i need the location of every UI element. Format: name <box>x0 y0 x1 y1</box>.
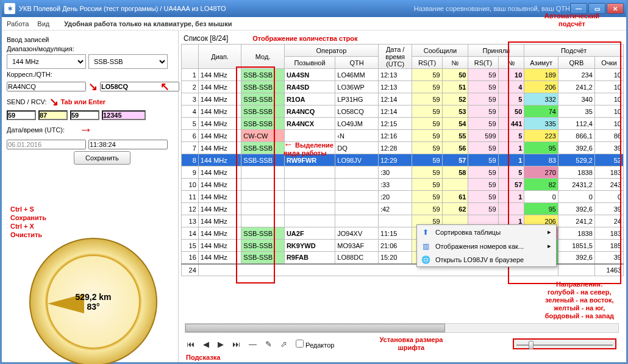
menu-hint: Удобная работа только на клавиатуре, без… <box>64 20 232 27</box>
arrow-icon: ↖ <box>160 80 169 93</box>
titlebar: ✶ УКВ Полевой День России (тест программ… <box>2 0 626 17</box>
table-row[interactable]: 4144 MHzSSB-SSBRA4NCQLO58CQ12:1459535950… <box>182 105 624 118</box>
bottom-toolbar: ⏮ ◀ ▶ ⏭ — ✎ ⬀ Редактор Установка размера… <box>182 335 621 352</box>
band-select[interactable]: 144 MHz <box>7 54 86 69</box>
nav-prev-button[interactable]: ◀ <box>203 340 209 349</box>
no-rcvd-input[interactable] <box>102 110 146 120</box>
tool-minus-button[interactable]: — <box>249 340 257 349</box>
shortcut-hint: Ctrl + S Сохранить Ctrl + X Очистить <box>10 205 46 239</box>
table-row[interactable]: 5144 MHzSSB-SSBRA4NCXLO49JM12:1559545944… <box>182 118 624 130</box>
window-title: УКВ Полевой День России (тест программы)… <box>19 5 402 12</box>
band-label: Диапазон/модуляция: <box>7 45 173 52</box>
hint-label: Подсказка <box>186 354 220 361</box>
table-row[interactable]: 9144 MHz:3059585952701838183 <box>182 166 624 179</box>
direction-legend: Направления: голубой - на север, зеленый… <box>545 280 614 320</box>
input-header: Ввод записей <box>7 36 173 43</box>
left-panel: Ввод записей Диапазон/модуляция: 144 MHz… <box>2 30 179 362</box>
arrow-icon: → <box>79 122 93 138</box>
sort-icon: ⬆ <box>421 227 430 237</box>
nav-next-button[interactable]: ▶ <box>218 340 224 349</box>
datetime-label: Дата/время (UTC): <box>7 126 65 134</box>
table-scrollbar[interactable] <box>185 323 619 333</box>
arrow-icon: ↘ <box>49 95 59 109</box>
no-sent-input[interactable] <box>38 110 68 120</box>
table-row[interactable]: 8144 MHzSSB-SSBRW9FWRLO98JV12:2959575918… <box>182 154 624 166</box>
ctx-numbers[interactable]: ▥ Отображения номеров как...▸ <box>417 239 556 253</box>
ctx-open-browser[interactable]: 🌐 Открыть LO98JV в браузере <box>417 253 556 266</box>
list-title: Список [8/24] <box>184 34 228 43</box>
sendrcv-label: SEND / RCV: <box>7 98 47 105</box>
corr-label: Корресп./QTH: <box>7 71 173 78</box>
tab-hint: Tab или Enter <box>61 98 105 105</box>
ctx-sort[interactable]: ⬆ Сортировка таблицы▸ <box>417 225 556 239</box>
table-row[interactable]: 14144 MHzSSB-SSBUA2FJO94XV11:15270183818… <box>182 227 624 240</box>
save-button[interactable]: Сохранить <box>74 151 130 165</box>
table-total-row: 241463 <box>182 264 624 276</box>
list-count-hint: Отображение количества строк <box>252 35 357 42</box>
nav-first-button[interactable]: ⏮ <box>187 340 194 349</box>
tool-cursor-button[interactable]: ⬀ <box>280 340 287 349</box>
compass-distance: 529,2 km <box>75 292 111 302</box>
log-table[interactable]: Диап. Мод. Оператор Дата / время (UTC) С… <box>181 44 624 276</box>
editor-checkbox[interactable]: Редактор <box>296 340 334 349</box>
font-size-slider[interactable] <box>513 338 616 349</box>
nav-last-button[interactable]: ⏭ <box>232 340 240 349</box>
table-row[interactable]: 2144 MHzSSB-SSBRA4SDLO36WP12:13595159420… <box>182 81 624 93</box>
rst-sent-input[interactable] <box>7 110 36 120</box>
tool-draw-button[interactable]: ✎ <box>265 340 272 349</box>
menu-view[interactable]: Вид <box>37 20 49 27</box>
bars-icon: ▥ <box>421 241 430 251</box>
table-row[interactable]: 3144 MHzSSB-SSBR1OALP31HG12:145952595332… <box>182 93 624 105</box>
close-button[interactable]: ✕ <box>607 3 624 14</box>
date-input[interactable] <box>7 140 86 149</box>
table-row[interactable]: 13144 MHz591206241,224 <box>182 215 624 227</box>
table-row[interactable]: 6144 MHzCW-CW‹N12:1659555995223866,186 <box>182 130 624 142</box>
table-row[interactable]: 11144 MHz:205961591000 <box>182 191 624 203</box>
table-row[interactable]: 16144 MHzSSB-SSBR9FABLO88DC15:2095392,63… <box>182 252 624 264</box>
mod-highlight-hint: ← Выделение вида работы <box>284 140 334 157</box>
compass-bearing: 83° <box>87 302 99 312</box>
app-icon: ✶ <box>4 3 15 14</box>
table-row[interactable]: 7144 MHzSSB-SSBDQ12:28595659195392,639 <box>182 142 624 154</box>
table-row[interactable]: 10144 MHz:33595957822431,2243 <box>182 179 624 191</box>
table-row[interactable]: 1144 MHzSSB-SSBUA4SNLO46MM12:13595059101… <box>182 69 624 81</box>
table-row[interactable]: 12144 MHz:4259625995392,639 <box>182 203 624 215</box>
table-row[interactable]: 15144 MHzSSB-SSBRK9YWDMO93AF21:065961851… <box>182 240 624 252</box>
scrollbar-thumb[interactable] <box>185 324 445 332</box>
globe-icon: 🌐 <box>421 255 430 265</box>
font-size-hint: Установка размера шрифта <box>379 336 443 352</box>
arrow-icon: ↘ <box>88 80 98 93</box>
right-panel: Список [8/24] Отображение количества стр… <box>179 30 626 362</box>
title-hint: Название соревнования, ваш позывной, ваш… <box>414 5 570 12</box>
modulation-select[interactable]: SSB-SSB <box>88 54 168 69</box>
time-input[interactable] <box>88 140 168 149</box>
context-menu: ⬆ Сортировка таблицы▸ ▥ Отображения номе… <box>416 224 557 267</box>
menu-work[interactable]: Работа <box>7 20 29 27</box>
compass: 529,2 km 83° <box>29 238 157 364</box>
rst-rcvd-input[interactable] <box>70 110 99 120</box>
menubar: Работа Вид Удобная работа только на клав… <box>2 17 626 30</box>
callsign-input[interactable] <box>7 82 86 91</box>
slider-thumb[interactable] <box>529 341 533 349</box>
autocalc-hint: Автоматический подсчёт <box>544 12 599 28</box>
